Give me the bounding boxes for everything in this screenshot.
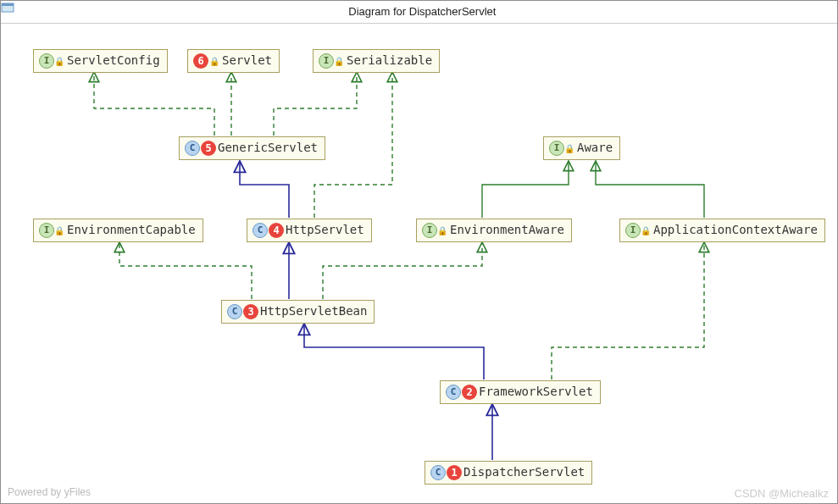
title-bar: Diagram for DispatcherServlet: [1, 1, 837, 24]
label: HttpServlet: [286, 223, 364, 236]
node-generic-servlet[interactable]: C5GenericServlet: [179, 136, 325, 160]
label: DispatcherServlet: [463, 465, 585, 479]
label: EnvironmentAware: [450, 223, 564, 236]
lock-icon: 🔒: [641, 226, 651, 235]
label: Serializable: [347, 53, 432, 67]
node-http-servlet[interactable]: C4HttpServlet: [247, 219, 372, 242]
label: FrameworkServlet: [479, 385, 593, 398]
class-icon: C: [185, 141, 200, 156]
interface-icon: I: [422, 223, 437, 238]
label: Aware: [577, 141, 613, 154]
label: GenericServlet: [218, 141, 318, 154]
node-http-servlet-bean[interactable]: C3HttpServletBean: [221, 300, 375, 324]
title-text: Diagram for DispatcherServlet: [348, 5, 496, 18]
class-icon: C: [446, 385, 461, 400]
lock-icon: 🔒: [334, 57, 344, 66]
node-framework-servlet[interactable]: C2FrameworkServlet: [440, 380, 601, 404]
label: ServletConfig: [67, 53, 160, 67]
interface-icon: I: [319, 53, 334, 69]
label: EnvironmentCapable: [67, 223, 196, 236]
powered-by: Powered by yFiles: [8, 486, 91, 498]
interface-icon: I: [625, 223, 641, 238]
class-icon: C: [227, 304, 242, 319]
badge-number: 6: [193, 53, 208, 69]
lock-icon: 🔒: [54, 226, 64, 235]
node-serializable[interactable]: I🔒Serializable: [313, 49, 440, 73]
node-env-aware[interactable]: I🔒EnvironmentAware: [416, 219, 572, 242]
class-icon: C: [253, 223, 268, 238]
diagram-frame: Diagram for DispatcherServlet: [0, 0, 838, 504]
lock-icon: 🔒: [437, 226, 447, 235]
node-app-ctx-aware[interactable]: I🔒ApplicationContextAware: [619, 219, 825, 242]
badge-number: 2: [462, 385, 477, 400]
node-servlet[interactable]: 6🔒Servlet: [187, 49, 280, 73]
lock-icon: 🔒: [209, 57, 219, 66]
node-aware[interactable]: I🔒Aware: [543, 136, 620, 160]
badge-number: 1: [447, 465, 462, 480]
label: Servlet: [222, 53, 272, 67]
node-servlet-config[interactable]: I🔒ServletConfig: [33, 49, 168, 73]
class-icon: C: [430, 465, 446, 480]
node-env-capable[interactable]: I🔒EnvironmentCapable: [33, 219, 203, 242]
watermark: CSDN @Michealkz: [735, 487, 829, 500]
lock-icon: 🔒: [54, 57, 64, 66]
badge-number: 4: [269, 223, 284, 238]
label: ApplicationContextAware: [653, 223, 818, 236]
interface-icon: I: [549, 141, 564, 156]
edges-layer: [1, 24, 838, 504]
lock-icon: 🔒: [564, 144, 574, 153]
label: HttpServletBean: [260, 304, 367, 318]
interface-icon: I: [39, 53, 54, 69]
svg-rect-1: [2, 3, 14, 6]
badge-number: 3: [243, 304, 258, 319]
node-dispatcher-servlet[interactable]: C1DispatcherServlet: [425, 461, 592, 485]
badge-number: 5: [201, 141, 216, 156]
canvas: I🔒ServletConfig 6🔒Servlet I🔒Serializable…: [1, 24, 837, 503]
interface-icon: I: [39, 223, 54, 238]
